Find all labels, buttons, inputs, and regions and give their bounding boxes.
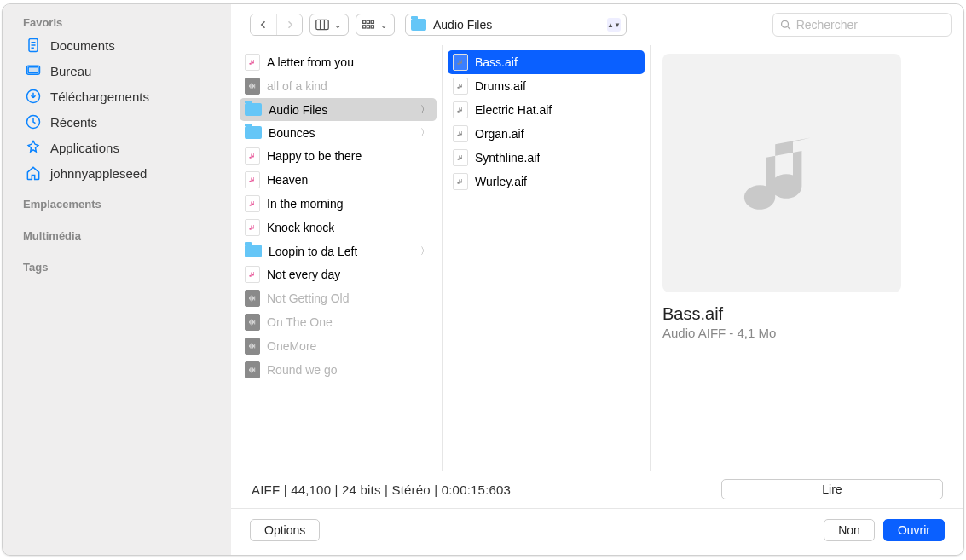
chevron-down-icon: ⌄ <box>333 20 343 30</box>
chevron-down-icon: ⌄ <box>379 20 389 30</box>
list-item[interactable]: Loopin to da Left〉 <box>240 240 437 263</box>
column-1[interactable]: A letter from youall of a kindAudio File… <box>231 45 443 471</box>
audio-file-icon <box>453 173 468 190</box>
list-item-label: Bounces <box>269 126 315 140</box>
sidebar-item-label: Récents <box>50 115 97 130</box>
play-button[interactable]: Lire <box>721 479 943 499</box>
forward-button[interactable] <box>276 14 302 35</box>
sidebar-item-telechargements[interactable]: Téléchargements <box>3 84 231 109</box>
sidebar-item-applications[interactable]: Applications <box>3 135 231 160</box>
document-icon <box>25 37 42 54</box>
applications-icon <box>25 139 42 156</box>
list-item[interactable]: Not Getting Old <box>240 286 437 310</box>
list-item-label: Loopin to da Left <box>269 245 357 258</box>
bottom-bar: Options Non Ouvrir <box>231 508 963 555</box>
options-button[interactable]: Options <box>250 519 320 541</box>
preview-thumbnail <box>662 54 901 292</box>
svg-rect-11 <box>363 20 366 23</box>
sidebar-item-label: johnnyappleseed <box>50 166 147 181</box>
list-item[interactable]: In the morning <box>240 192 437 216</box>
svg-line-18 <box>788 26 790 29</box>
list-item[interactable]: Knock knock <box>240 216 437 240</box>
list-item-label: Synthline.aif <box>475 151 540 165</box>
list-item[interactable]: Audio Files〉 <box>240 98 437 121</box>
list-item[interactable]: Bass.aif <box>448 50 645 74</box>
back-button[interactable] <box>251 14 276 35</box>
cancel-button[interactable]: Non <box>824 519 875 541</box>
folder-icon <box>245 245 262 257</box>
list-item[interactable]: Happy to be there <box>240 144 437 168</box>
music-file-icon <box>245 54 260 71</box>
project-file-icon <box>245 314 260 331</box>
search-icon <box>780 19 791 31</box>
list-item[interactable]: On The One <box>240 310 437 334</box>
sidebar-item-label: Documents <box>50 38 115 53</box>
search-input[interactable] <box>796 18 944 32</box>
view-grid-button[interactable]: ⌄ <box>356 14 395 36</box>
list-item[interactable]: all of a kind <box>240 74 437 98</box>
list-item-label: Not every day <box>267 268 340 281</box>
preview-filename: Bass.aif <box>662 304 948 324</box>
folder-icon <box>245 126 262 139</box>
list-item-label: Wurley.aif <box>475 175 527 188</box>
list-item-label: Not Getting Old <box>267 292 350 305</box>
list-item-label: Happy to be there <box>267 149 362 163</box>
list-item-label: Drums.aif <box>475 79 526 93</box>
list-item-label: Knock knock <box>267 221 334 234</box>
list-item-label: Electric Hat.aif <box>475 103 552 117</box>
audio-file-icon <box>453 54 468 71</box>
list-item[interactable]: Wurley.aif <box>448 170 645 193</box>
sidebar-item-label: Téléchargements <box>50 89 149 104</box>
search-field[interactable] <box>772 13 952 37</box>
list-item[interactable]: Drums.aif <box>448 74 645 98</box>
updown-icon: ▲▼ <box>607 18 621 32</box>
path-label: Audio Files <box>433 18 600 32</box>
list-item-label: Audio Files <box>269 103 327 117</box>
svg-rect-16 <box>371 26 373 28</box>
music-file-icon <box>245 147 260 165</box>
path-popup[interactable]: Audio Files ▲▼ <box>405 14 627 36</box>
list-item[interactable]: Electric Hat.aif <box>448 98 645 122</box>
list-item[interactable]: Round we go <box>240 358 437 382</box>
list-item[interactable]: A letter from you <box>240 50 437 74</box>
svg-point-17 <box>782 20 789 27</box>
dialog-body: Favoris Documents Bureau Téléchargements <box>3 4 963 555</box>
home-icon <box>25 165 42 182</box>
sidebar-item-recents[interactable]: Récents <box>3 109 231 135</box>
clock-icon <box>25 113 42 130</box>
svg-rect-15 <box>367 26 369 28</box>
list-item-label: Organ.aif <box>475 127 524 141</box>
audio-info-text: AIFF | 44,100 | 24 bits | Stéréo | 0:00:… <box>252 482 511 497</box>
list-item-label: OneMore <box>267 339 316 353</box>
column-2[interactable]: Bass.aifDrums.aifElectric Hat.aifOrgan.a… <box>443 45 651 471</box>
list-item[interactable]: Heaven <box>240 168 437 192</box>
sidebar-section-multimedia: Multimédia <box>3 226 231 245</box>
project-file-icon <box>245 78 260 95</box>
project-file-icon <box>245 338 260 355</box>
list-item-label: On The One <box>267 315 333 329</box>
music-note-icon <box>726 118 837 228</box>
list-item[interactable]: Synthline.aif <box>448 146 645 170</box>
sidebar-item-documents[interactable]: Documents <box>3 32 231 58</box>
column-browser: A letter from youall of a kindAudio File… <box>231 45 963 471</box>
folder-icon <box>245 103 262 116</box>
list-item-label: Heaven <box>267 173 308 187</box>
sidebar-section-tags: Tags <box>3 257 231 277</box>
svg-rect-8 <box>316 20 328 29</box>
audio-file-icon <box>453 149 468 166</box>
sidebar-item-home[interactable]: johnnyappleseed <box>3 160 231 186</box>
view-columns-button[interactable]: ⌄ <box>309 14 349 36</box>
svg-rect-13 <box>371 20 373 23</box>
list-item-label: Bass.aif <box>475 55 518 69</box>
open-button[interactable]: Ouvrir <box>883 519 945 541</box>
list-item-label: In the morning <box>267 197 344 211</box>
chevron-right-icon: 〉 <box>420 103 430 116</box>
chevron-right-icon: 〉 <box>420 245 430 257</box>
list-item[interactable]: Bounces〉 <box>240 121 437 144</box>
list-item[interactable]: Organ.aif <box>448 122 645 146</box>
sidebar-item-bureau[interactable]: Bureau <box>3 58 231 84</box>
toolbar: ⌄ ⌄ Audio Files ▲▼ <box>231 4 963 45</box>
sidebar-section-emplacements: Emplacements <box>3 194 231 214</box>
list-item[interactable]: Not every day <box>240 263 437 286</box>
list-item[interactable]: OneMore <box>240 334 437 358</box>
